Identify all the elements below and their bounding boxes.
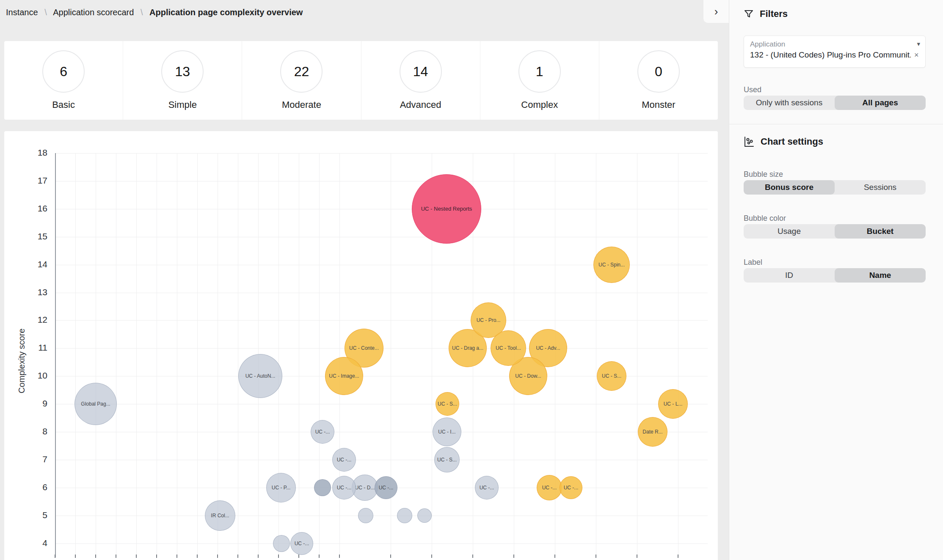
chart-bubble[interactable]: Date R... — [638, 417, 667, 447]
chart-bubble[interactable] — [273, 535, 290, 552]
y-axis-tick-label: 8 — [20, 426, 47, 436]
chart-bubble[interactable] — [358, 508, 373, 523]
clear-application-icon[interactable]: × — [914, 51, 919, 60]
bubble-label: UC - Adv... — [536, 345, 560, 351]
chart-bubble[interactable]: UC - S... — [436, 392, 459, 416]
chart-bubble[interactable]: UC - AutoN... — [238, 354, 282, 398]
stat-basic: 6Basic — [4, 41, 123, 120]
stat-label: Moderate — [282, 99, 321, 110]
bubble-label: UC -... — [564, 485, 579, 491]
bubble-color-option-bucket[interactable]: Bucket — [835, 224, 926, 239]
chart-bubble[interactable]: UC - Spin... — [593, 247, 630, 283]
bubble-label: UC - I... — [438, 429, 455, 435]
y-axis-title: Complexity score — [17, 329, 27, 393]
y-axis-line — [55, 153, 56, 557]
chart-bubble[interactable]: UC - Image... — [325, 357, 363, 395]
bubble-label: IR Col... — [211, 513, 229, 519]
chart-bubble[interactable] — [314, 479, 331, 496]
x-axis-tick — [156, 555, 157, 558]
chart-bubble[interactable]: IR Col... — [205, 500, 235, 531]
chevron-down-icon[interactable]: ▾ — [917, 40, 920, 48]
x-axis-tick — [75, 555, 76, 558]
stat-label: Complex — [521, 99, 558, 110]
chart-bubble[interactable]: UC -... — [537, 475, 562, 500]
y-axis-tick-label: 13 — [20, 287, 47, 297]
bubble-label: Global Pag... — [81, 401, 110, 407]
stat-advanced: 14Advanced — [361, 41, 480, 120]
chart-bubble[interactable]: UC -... — [560, 476, 582, 499]
bubble-label: UC -... — [337, 485, 352, 491]
bubble-size-option-sessions[interactable]: Sessions — [835, 180, 926, 195]
chart-bubble[interactable]: UC - Nested Reports — [412, 174, 481, 244]
x-axis-tick — [258, 555, 259, 558]
gridline — [55, 460, 708, 460]
sidebar-collapse-button[interactable]: › — [703, 0, 729, 23]
stat-circle: 13 — [161, 50, 204, 93]
chart-bubble[interactable]: UC - P... — [266, 473, 296, 502]
label-option-name[interactable]: Name — [835, 268, 926, 283]
y-axis-tick-label: 16 — [20, 203, 47, 214]
bubble-label: UC - Drag a... — [452, 345, 483, 351]
complexity-summary-card: 6Basic13Simple22Moderate14Advanced1Compl… — [4, 41, 718, 120]
bubble-color-option-usage[interactable]: Usage — [744, 224, 835, 239]
gridline — [678, 153, 678, 555]
x-axis-tick — [95, 555, 96, 558]
bubble-label: UC -... — [315, 429, 330, 435]
used-option-only-with-sessions[interactable]: Only with sessions — [744, 96, 835, 110]
x-axis-tick — [390, 555, 391, 558]
bubble-size-label: Bubble size — [744, 170, 783, 179]
chart-bubble[interactable] — [397, 508, 412, 523]
x-axis-tick — [554, 555, 555, 558]
chart-bubble[interactable]: UC - I... — [433, 417, 461, 446]
top-bar: Instance \ Application scorecard \ Appli… — [0, 0, 729, 26]
chart-bubble[interactable]: Global Pag... — [74, 383, 117, 425]
chart-bubble[interactable]: UC - Tool... — [491, 330, 526, 366]
chart-bubble[interactable]: UC -... — [375, 476, 397, 499]
chart-bubble[interactable] — [417, 508, 432, 523]
x-axis-tick — [472, 555, 473, 558]
gridline — [596, 153, 596, 555]
stat-value: 14 — [413, 64, 428, 80]
bubble-label: UC -... — [379, 485, 394, 491]
stat-moderate: 22Moderate — [242, 41, 361, 120]
chart-bubble[interactable]: UC - S... — [597, 361, 626, 391]
stat-circle: 6 — [42, 50, 85, 93]
gridline — [299, 153, 299, 555]
stat-value: 22 — [294, 64, 309, 80]
bubble-size-option-bonus-score[interactable]: Bonus score — [744, 180, 835, 195]
breadcrumb-application-scorecard[interactable]: Application scorecard — [53, 8, 134, 17]
gridline — [55, 153, 708, 154]
chart-bubble[interactable]: UC -... — [311, 420, 334, 444]
x-axis-tick — [197, 555, 198, 558]
stat-label: Monster — [642, 99, 675, 110]
bubble-label: UC -... — [542, 485, 557, 491]
chart-bubble[interactable]: UC -... — [332, 476, 356, 500]
bubble-chart-card: Complexity score 18171615141312111098765… — [4, 131, 718, 560]
chart-bubble[interactable]: UC -... — [290, 532, 313, 555]
bubble-label: UC - S... — [602, 373, 621, 379]
used-option-all-pages[interactable]: All pages — [835, 96, 926, 110]
stat-value: 0 — [655, 64, 662, 80]
gridline — [55, 209, 708, 209]
chevron-right-icon: › — [714, 5, 718, 18]
x-axis-tick — [176, 555, 177, 558]
chart-bubble[interactable]: UC - L... — [658, 389, 688, 419]
gridline — [75, 153, 76, 555]
bubble-color-label: Bubble color — [744, 214, 786, 223]
bubble-label: UC -... — [295, 541, 309, 546]
gridline — [157, 153, 157, 555]
chart-bubble[interactable]: UC - S... — [434, 447, 460, 472]
chart-bubble[interactable]: UC -... — [475, 476, 499, 500]
x-axis-tick — [431, 555, 432, 558]
application-filter-value: 132 - (United Codes) Plug-ins Pro Commun… — [750, 50, 911, 60]
filters-sidebar: Filters Application 132 - (United Codes)… — [729, 0, 943, 560]
application-filter-select[interactable]: Application 132 - (United Codes) Plug-in… — [744, 36, 926, 68]
y-axis-tick-label: 11 — [20, 343, 47, 353]
chart-bubble[interactable]: UC -... — [332, 448, 356, 472]
stat-value: 6 — [60, 64, 67, 80]
x-axis-tick — [678, 555, 678, 558]
gridline — [55, 432, 708, 432]
breadcrumb-instance[interactable]: Instance — [6, 8, 38, 17]
label-option-id[interactable]: ID — [744, 268, 835, 283]
y-axis-tick-label: 14 — [20, 259, 47, 269]
